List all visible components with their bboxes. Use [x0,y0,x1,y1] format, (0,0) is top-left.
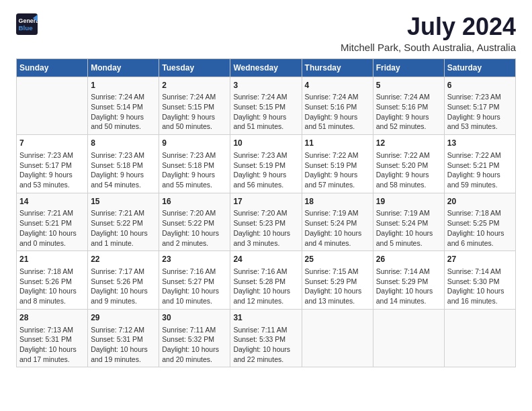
calendar-header-row: SundayMondayTuesdayWednesdayThursdayFrid… [17,58,516,77]
cell-info: Sunrise: 7:22 AMSunset: 5:20 PMDaylight:… [376,150,441,190]
header-day-thursday: Thursday [302,58,373,77]
calendar-cell: 4Sunrise: 7:24 AMSunset: 5:16 PMDaylight… [302,77,373,135]
cell-info: Sunrise: 7:14 AMSunset: 5:29 PMDaylight:… [376,267,441,306]
day-number: 2 [162,80,227,91]
day-number: 19 [376,196,441,208]
calendar-cell: 27Sunrise: 7:14 AMSunset: 5:30 PMDayligh… [444,251,515,310]
day-number: 4 [305,80,370,91]
day-number: 13 [447,138,513,149]
header-day-friday: Friday [373,58,444,77]
day-number: 20 [447,196,513,208]
cell-info: Sunrise: 7:20 AMSunset: 5:22 PMDaylight:… [162,208,227,248]
cell-info: Sunrise: 7:16 AMSunset: 5:28 PMDaylight:… [233,267,298,306]
cell-info: Sunrise: 7:22 AMSunset: 5:19 PMDaylight:… [305,150,370,190]
cell-info: Sunrise: 7:21 AMSunset: 5:22 PMDaylight:… [91,208,156,248]
cell-info: Sunrise: 7:15 AMSunset: 5:29 PMDaylight:… [305,267,370,306]
day-number: 17 [233,196,298,208]
calendar-cell: 30Sunrise: 7:11 AMSunset: 5:32 PMDayligh… [159,309,230,367]
main-title: July 2024 [341,13,516,40]
calendar-week-row: 7Sunrise: 7:23 AMSunset: 5:17 PMDaylight… [17,135,516,193]
day-number: 22 [91,254,156,265]
day-number: 3 [233,80,298,91]
calendar-cell: 21Sunrise: 7:18 AMSunset: 5:26 PMDayligh… [17,251,88,310]
cell-info: Sunrise: 7:18 AMSunset: 5:25 PMDaylight:… [447,208,513,248]
day-number: 15 [91,196,156,208]
calendar-cell: 15Sunrise: 7:21 AMSunset: 5:22 PMDayligh… [88,193,159,251]
logo: General Blue [16,13,38,35]
calendar-cell: 28Sunrise: 7:13 AMSunset: 5:31 PMDayligh… [17,309,88,367]
cell-info: Sunrise: 7:17 AMSunset: 5:26 PMDaylight:… [91,267,156,306]
cell-info: Sunrise: 7:24 AMSunset: 5:15 PMDaylight:… [233,92,298,132]
day-number: 31 [233,312,298,324]
calendar-cell: 14Sunrise: 7:21 AMSunset: 5:21 PMDayligh… [17,193,88,251]
cell-info: Sunrise: 7:24 AMSunset: 5:16 PMDaylight:… [376,92,441,132]
calendar-cell: 20Sunrise: 7:18 AMSunset: 5:25 PMDayligh… [444,193,515,251]
cell-info: Sunrise: 7:24 AMSunset: 5:14 PMDaylight:… [91,92,156,132]
header-day-monday: Monday [88,58,159,77]
cell-info: Sunrise: 7:19 AMSunset: 5:24 PMDaylight:… [376,208,441,248]
calendar-week-row: 28Sunrise: 7:13 AMSunset: 5:31 PMDayligh… [17,309,516,367]
calendar-table: SundayMondayTuesdayWednesdayThursdayFrid… [16,58,516,368]
calendar-cell [17,77,88,135]
cell-info: Sunrise: 7:23 AMSunset: 5:17 PMDaylight:… [447,92,513,132]
page-header: General Blue July 2024 Mitchell Park, So… [16,13,516,53]
title-block: July 2024 Mitchell Park, South Australia… [341,13,516,53]
day-number: 16 [162,196,227,208]
day-number: 12 [376,138,441,149]
day-number: 30 [162,312,227,324]
calendar-cell: 29Sunrise: 7:12 AMSunset: 5:31 PMDayligh… [88,309,159,367]
calendar-week-row: 14Sunrise: 7:21 AMSunset: 5:21 PMDayligh… [17,193,516,251]
calendar-cell: 10Sunrise: 7:23 AMSunset: 5:19 PMDayligh… [230,135,302,193]
day-number: 14 [19,196,85,208]
cell-info: Sunrise: 7:18 AMSunset: 5:26 PMDaylight:… [19,267,85,306]
calendar-cell: 3Sunrise: 7:24 AMSunset: 5:15 PMDaylight… [230,77,302,135]
subtitle: Mitchell Park, South Australia, Australi… [341,42,516,53]
calendar-cell: 17Sunrise: 7:20 AMSunset: 5:23 PMDayligh… [230,193,302,251]
cell-info: Sunrise: 7:12 AMSunset: 5:31 PMDaylight:… [91,325,156,365]
calendar-cell: 18Sunrise: 7:19 AMSunset: 5:24 PMDayligh… [302,193,373,251]
cell-info: Sunrise: 7:24 AMSunset: 5:16 PMDaylight:… [305,92,370,132]
calendar-cell: 31Sunrise: 7:11 AMSunset: 5:33 PMDayligh… [230,309,302,367]
day-number: 27 [447,254,513,265]
calendar-cell: 16Sunrise: 7:20 AMSunset: 5:22 PMDayligh… [159,193,230,251]
day-number: 21 [19,254,85,265]
calendar-cell: 12Sunrise: 7:22 AMSunset: 5:20 PMDayligh… [373,135,444,193]
day-number: 28 [19,312,85,324]
day-number: 9 [162,138,227,149]
header-day-tuesday: Tuesday [159,58,230,77]
calendar-week-row: 21Sunrise: 7:18 AMSunset: 5:26 PMDayligh… [17,251,516,310]
day-number: 26 [376,254,441,265]
calendar-cell: 1Sunrise: 7:24 AMSunset: 5:14 PMDaylight… [88,77,159,135]
day-number: 7 [19,138,85,149]
cell-info: Sunrise: 7:23 AMSunset: 5:18 PMDaylight:… [162,150,227,190]
day-number: 18 [305,196,370,208]
cell-info: Sunrise: 7:24 AMSunset: 5:15 PMDaylight:… [162,92,227,132]
day-number: 6 [447,80,513,91]
day-number: 29 [91,312,156,324]
calendar-cell: 2Sunrise: 7:24 AMSunset: 5:15 PMDaylight… [159,77,230,135]
calendar-cell: 9Sunrise: 7:23 AMSunset: 5:18 PMDaylight… [159,135,230,193]
calendar-cell: 8Sunrise: 7:23 AMSunset: 5:18 PMDaylight… [88,135,159,193]
cell-info: Sunrise: 7:23 AMSunset: 5:18 PMDaylight:… [91,150,156,190]
svg-text:Blue: Blue [19,24,34,32]
calendar-cell: 26Sunrise: 7:14 AMSunset: 5:29 PMDayligh… [373,251,444,310]
cell-info: Sunrise: 7:21 AMSunset: 5:21 PMDaylight:… [19,208,85,248]
day-number: 25 [305,254,370,265]
day-number: 10 [233,138,298,149]
calendar-cell [302,309,373,367]
calendar-cell: 25Sunrise: 7:15 AMSunset: 5:29 PMDayligh… [302,251,373,310]
calendar-cell: 5Sunrise: 7:24 AMSunset: 5:16 PMDaylight… [373,77,444,135]
calendar-cell: 13Sunrise: 7:22 AMSunset: 5:21 PMDayligh… [444,135,515,193]
cell-info: Sunrise: 7:13 AMSunset: 5:31 PMDaylight:… [19,325,85,365]
cell-info: Sunrise: 7:19 AMSunset: 5:24 PMDaylight:… [305,208,370,248]
day-number: 1 [91,80,156,91]
cell-info: Sunrise: 7:11 AMSunset: 5:32 PMDaylight:… [162,325,227,365]
calendar-cell: 24Sunrise: 7:16 AMSunset: 5:28 PMDayligh… [230,251,302,310]
day-number: 23 [162,254,227,265]
day-number: 8 [91,138,156,149]
cell-info: Sunrise: 7:20 AMSunset: 5:23 PMDaylight:… [233,208,298,248]
calendar-cell: 23Sunrise: 7:16 AMSunset: 5:27 PMDayligh… [159,251,230,310]
day-number: 5 [376,80,441,91]
header-day-saturday: Saturday [444,58,515,77]
logo-icon: General Blue [16,13,38,35]
